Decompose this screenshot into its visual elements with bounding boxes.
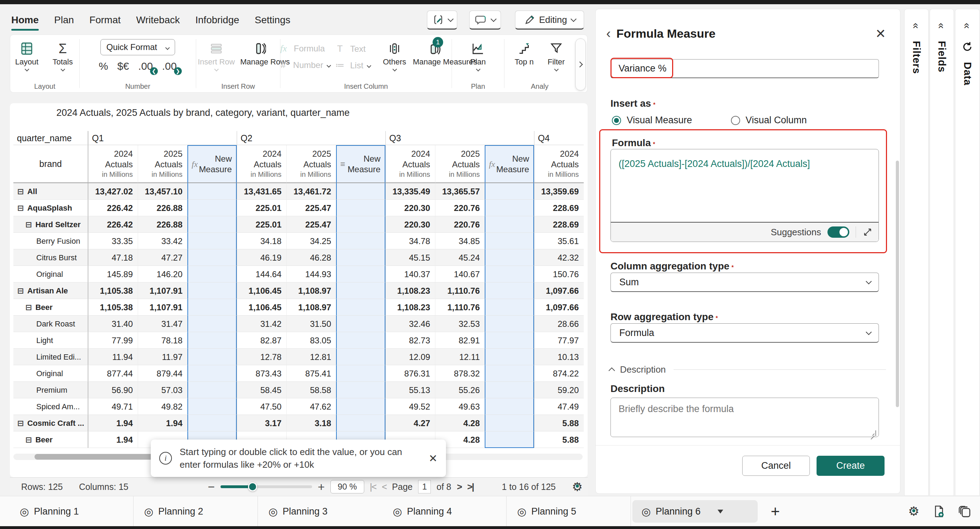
value-cell[interactable]: 31.42 bbox=[237, 316, 286, 332]
value-cell[interactable]: 1,110.76 bbox=[435, 283, 485, 299]
value-cell[interactable]: 140.67 bbox=[435, 266, 485, 283]
value-cell[interactable]: 1,097.66 bbox=[534, 299, 584, 316]
value-cell[interactable]: 57.03 bbox=[138, 382, 188, 398]
new-measure-cell[interactable] bbox=[485, 349, 534, 365]
value-cell[interactable]: 82.91 bbox=[435, 332, 485, 349]
value-cell[interactable]: 55.13 bbox=[385, 382, 435, 398]
new-measure-cell[interactable] bbox=[188, 332, 237, 349]
value-cell[interactable]: 226.42 bbox=[88, 216, 138, 233]
side-tab-fields[interactable]: «Fields bbox=[930, 9, 954, 496]
description-input[interactable] bbox=[611, 398, 879, 437]
value-cell[interactable]: 49.82 bbox=[138, 398, 188, 415]
collapse-double-chevron-icon[interactable]: « bbox=[961, 23, 973, 29]
table-row[interactable]: Limited Edi...11.9411.9712.7812.8112.091… bbox=[13, 349, 586, 365]
value-cell[interactable]: 31.47 bbox=[138, 316, 188, 332]
expand-formula-icon[interactable] bbox=[862, 227, 873, 237]
editing-mode-button[interactable]: Editing bbox=[515, 11, 584, 30]
value-header-q1-2025[interactable]: 2025Actualsin Millions bbox=[138, 145, 188, 183]
format-painter-button[interactable] bbox=[427, 11, 457, 30]
value-cell[interactable]: 82.73 bbox=[385, 332, 435, 349]
table-row[interactable]: ⊟AquaSplash226.42226.88225.01225.47220.3… bbox=[13, 200, 586, 216]
new-measure-header-cell[interactable]: fxNewMeasure bbox=[485, 145, 534, 183]
table-row[interactable]: ⊟All13,427.0213,457.1013,431.6513,461.72… bbox=[13, 183, 586, 200]
row-label-cell[interactable]: Original bbox=[13, 365, 88, 382]
value-cell[interactable]: 220.76 bbox=[435, 200, 485, 216]
value-cell[interactable]: 13,427.02 bbox=[88, 183, 138, 200]
value-cell[interactable]: 13,365.57 bbox=[435, 183, 485, 200]
value-cell[interactable]: 13,359.69 bbox=[534, 183, 584, 200]
value-cell[interactable]: 1,107.91 bbox=[138, 299, 188, 316]
suggestions-toggle[interactable] bbox=[827, 226, 849, 238]
collapse-icon[interactable]: ⊟ bbox=[25, 221, 32, 229]
value-cell[interactable]: 226.42 bbox=[88, 200, 138, 216]
value-cell[interactable]: 1.94 bbox=[88, 431, 138, 448]
value-cell[interactable]: 32.53 bbox=[435, 316, 485, 332]
new-measure-cell[interactable] bbox=[188, 415, 237, 431]
value-cell[interactable]: 11.94 bbox=[88, 349, 138, 365]
table-row[interactable]: Light77.9978.1882.8783.0582.7382.9177.97 bbox=[13, 332, 586, 349]
value-cell[interactable]: 12.09 bbox=[385, 349, 435, 365]
value-cell[interactable]: 82.87 bbox=[237, 332, 286, 349]
value-cell[interactable]: 13,461.72 bbox=[286, 183, 336, 200]
side-tab-data[interactable]: «Data bbox=[955, 9, 980, 496]
row-label-cell[interactable]: ⊟All bbox=[13, 183, 88, 200]
manage-rows-button[interactable]: Manage Rows bbox=[240, 39, 277, 71]
new-measure-cell[interactable] bbox=[485, 183, 534, 200]
value-cell[interactable]: 33.42 bbox=[138, 233, 188, 249]
new-measure-cell[interactable] bbox=[485, 200, 534, 216]
value-cell[interactable]: 45.24 bbox=[435, 249, 485, 266]
previous-page-button[interactable]: < bbox=[382, 481, 387, 492]
value-cell[interactable]: 32.46 bbox=[385, 316, 435, 332]
new-measure-cell[interactable] bbox=[336, 365, 385, 382]
new-sheet-page-icon[interactable] bbox=[931, 504, 945, 518]
new-measure-cell[interactable] bbox=[336, 299, 385, 316]
value-cell[interactable]: 879.44 bbox=[138, 365, 188, 382]
value-cell[interactable]: 220.30 bbox=[385, 200, 435, 216]
new-measure-cell[interactable] bbox=[336, 200, 385, 216]
sheet-tab-planning-6[interactable]: ◎Planning 6 bbox=[632, 500, 758, 523]
zoom-slider-thumb[interactable] bbox=[248, 482, 257, 491]
value-cell[interactable]: 13,457.10 bbox=[138, 183, 188, 200]
value-cell[interactable]: 874.22 bbox=[534, 365, 584, 382]
value-cell[interactable]: 225.47 bbox=[286, 216, 336, 233]
new-measure-cell[interactable] bbox=[336, 349, 385, 365]
table-row[interactable]: Citrus Burst47.1847.2746.1946.2845.1545.… bbox=[13, 249, 586, 266]
new-measure-cell[interactable] bbox=[485, 249, 534, 266]
value-cell[interactable]: 1,106.45 bbox=[237, 283, 286, 299]
table-row[interactable]: ⊟Hard Seltzer226.42226.88225.01225.47220… bbox=[13, 216, 586, 233]
new-measure-cell[interactable] bbox=[188, 200, 237, 216]
row-label-cell[interactable]: ⊟AquaSplash bbox=[13, 200, 88, 216]
collapse-double-chevron-icon[interactable]: « bbox=[936, 23, 948, 29]
value-cell[interactable]: 226.88 bbox=[138, 200, 188, 216]
value-cell[interactable]: 49.71 bbox=[88, 398, 138, 415]
value-cell[interactable]: 13,431.65 bbox=[237, 183, 286, 200]
row-label-cell[interactable]: Limited Edi... bbox=[13, 349, 88, 365]
value-cell[interactable]: 56.90 bbox=[88, 382, 138, 398]
zoom-out-button[interactable]: − bbox=[208, 480, 215, 494]
new-measure-cell[interactable] bbox=[485, 431, 534, 448]
value-cell[interactable]: 77.97 bbox=[534, 332, 584, 349]
value-cell[interactable]: 150.76 bbox=[534, 266, 584, 283]
value-cell[interactable]: 225.01 bbox=[237, 216, 286, 233]
zoom-level-value[interactable]: 90 % bbox=[331, 480, 364, 493]
new-measure-cell[interactable] bbox=[336, 332, 385, 349]
value-cell[interactable]: 59.20 bbox=[534, 382, 584, 398]
back-chevron-icon[interactable]: ‹ bbox=[606, 26, 611, 41]
value-header-q4-2024[interactable]: 2024Actualsin Millions bbox=[534, 145, 584, 183]
value-cell[interactable]: 47.27 bbox=[138, 249, 188, 266]
menu-item-plan[interactable]: Plan bbox=[54, 14, 74, 26]
table-row[interactable]: ⊟Cosmic Craft ...1.941.943.173.184.274.2… bbox=[13, 415, 586, 431]
value-cell[interactable]: 47.49 bbox=[534, 398, 584, 415]
panel-scrollbar-thumb[interactable] bbox=[896, 160, 899, 407]
value-cell[interactable]: 1,108.23 bbox=[385, 283, 435, 299]
new-measure-cell[interactable] bbox=[485, 266, 534, 283]
last-page-button[interactable]: >| bbox=[467, 481, 473, 492]
panel-close-icon[interactable]: ✕ bbox=[875, 26, 886, 41]
new-measure-cell[interactable] bbox=[336, 283, 385, 299]
row-label-cell[interactable]: ⊟Beer bbox=[13, 431, 88, 448]
value-cell[interactable]: 1,108.97 bbox=[286, 299, 336, 316]
value-cell[interactable]: 12.11 bbox=[435, 349, 485, 365]
first-page-button[interactable]: |< bbox=[370, 481, 376, 492]
value-cell[interactable]: 3.17 bbox=[237, 415, 286, 431]
new-measure-cell[interactable] bbox=[485, 415, 534, 431]
